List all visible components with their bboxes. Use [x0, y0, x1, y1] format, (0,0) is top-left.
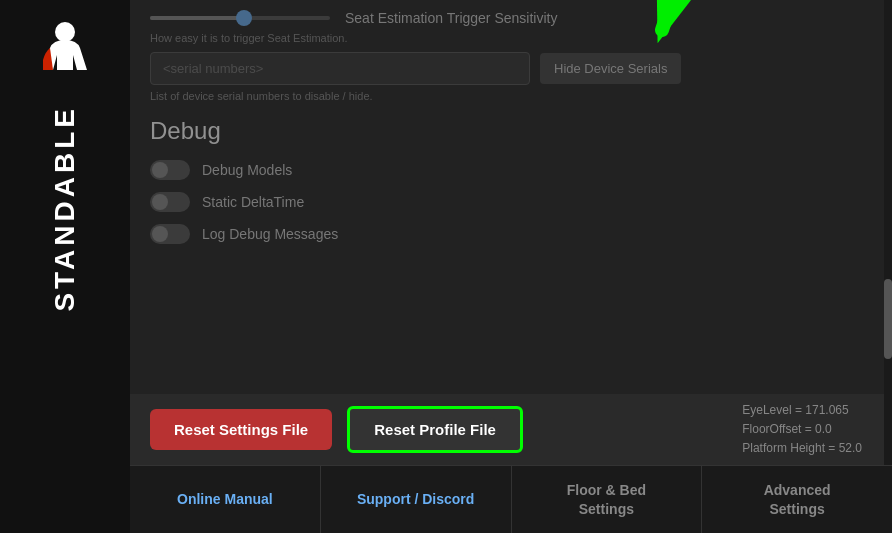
toggle-row-static-delta: Static DeltaTime [150, 192, 872, 212]
debug-title: Debug [150, 117, 872, 145]
toggle-row-debug-models: Debug Models [150, 160, 872, 180]
debug-section: Debug Debug Models Static DeltaTime Log … [150, 117, 872, 244]
logo-icon [35, 20, 95, 80]
nav-advanced-label: AdvancedSettings [764, 481, 831, 517]
buttons-row: Reset Settings File Reset Profile File E… [130, 394, 892, 465]
hide-serials-button[interactable]: Hide Device Serials [540, 53, 681, 84]
scrollbar-thumb [884, 279, 892, 359]
debug-models-label: Debug Models [202, 162, 292, 178]
static-delta-label: Static DeltaTime [202, 194, 304, 210]
serial-hint: List of device serial numbers to disable… [150, 90, 872, 102]
toggle-knob [152, 226, 168, 242]
green-arrow-icon [602, 0, 802, 50]
static-delta-toggle[interactable] [150, 192, 190, 212]
svg-point-0 [55, 22, 75, 42]
serial-input[interactable] [150, 52, 530, 85]
sidebar-title: STANDABLE [49, 105, 81, 312]
log-debug-label: Log Debug Messages [202, 226, 338, 242]
bottom-nav: Online Manual Support / Discord Floor & … [130, 465, 892, 533]
eye-level-info: EyeLevel = 171.065 FloorOffset = 0.0 Pla… [742, 401, 862, 459]
nav-floor-bed-label: Floor & BedSettings [567, 481, 646, 517]
main-content: Seat Estimation Trigger Sensitivity How … [130, 0, 892, 533]
eye-level-line3: Platform Height = 52.0 [742, 439, 862, 458]
nav-online-manual[interactable]: Online Manual [130, 466, 321, 533]
nav-support-discord-label: Support / Discord [357, 490, 474, 508]
nav-advanced-settings[interactable]: AdvancedSettings [702, 466, 892, 533]
nav-floor-bed-settings[interactable]: Floor & BedSettings [512, 466, 703, 533]
eye-level-line2: FloorOffset = 0.0 [742, 420, 862, 439]
toggle-knob [152, 162, 168, 178]
sensitivity-label: Seat Estimation Trigger Sensitivity [345, 10, 557, 26]
log-debug-toggle[interactable] [150, 224, 190, 244]
nav-online-manual-label: Online Manual [177, 490, 273, 508]
nav-support-discord[interactable]: Support / Discord [321, 466, 512, 533]
slider-thumb [236, 10, 252, 26]
reset-profile-button[interactable]: Reset Profile File [347, 406, 523, 453]
toggle-row-log-debug: Log Debug Messages [150, 224, 872, 244]
toggle-knob [152, 194, 168, 210]
debug-models-toggle[interactable] [150, 160, 190, 180]
reset-settings-button[interactable]: Reset Settings File [150, 409, 332, 450]
content-area: Seat Estimation Trigger Sensitivity How … [130, 0, 892, 394]
slider-fill [150, 16, 240, 20]
serial-row: Hide Device Serials [150, 52, 872, 85]
scrollbar[interactable] [884, 0, 892, 465]
sidebar: STANDABLE [0, 0, 130, 533]
eye-level-line1: EyeLevel = 171.065 [742, 401, 862, 420]
sensitivity-slider[interactable] [150, 16, 330, 20]
